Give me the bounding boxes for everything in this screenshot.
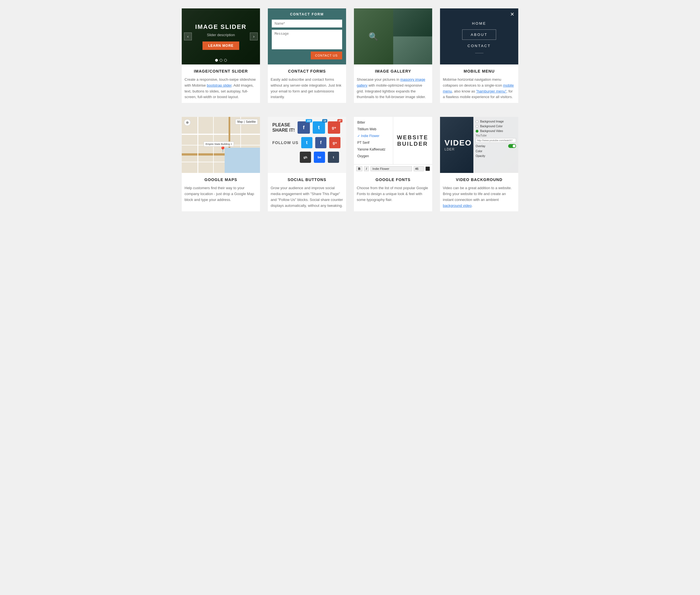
- social-preview: PLEASESHARE IT! f 102 t 19 g+ 47 FOLLOW …: [268, 117, 346, 173]
- hamburger-menu-link[interactable]: "hamburger menu": [476, 89, 507, 93]
- font-indie-flower[interactable]: Indie Flower: [354, 133, 393, 139]
- slider-dots: [215, 59, 227, 62]
- gallery-cell-top-right: [393, 8, 432, 36]
- slider-next-arrow[interactable]: ›: [250, 32, 258, 40]
- card-image-gallery: 🔍 IMAGE GALLERY Showcase your pictures i…: [354, 8, 432, 103]
- font-bitter[interactable]: Bitter: [354, 119, 393, 126]
- panel-youtube-input[interactable]: [476, 138, 516, 143]
- font-pt-serif[interactable]: PT Serif: [354, 139, 393, 146]
- facebook-icon: f: [303, 125, 304, 131]
- share-text: PLEASESHARE IT!: [272, 122, 295, 133]
- fonts-preview: Bitter Titillium Web Indie Flower PT Ser…: [354, 117, 432, 173]
- font-italic-button[interactable]: I: [364, 166, 369, 171]
- map-pin: 📍: [219, 146, 226, 153]
- video-desc-text1: Video can be a great addition to a websi…: [443, 186, 512, 202]
- fonts-card-body: GOOGLE FONTS Choose from the list of mos…: [354, 173, 432, 205]
- panel-row-overlay: Overlay: [476, 143, 516, 149]
- follow-github-button[interactable]: gh: [300, 152, 311, 163]
- mobile-nav-home[interactable]: HOME: [464, 19, 495, 28]
- map-road-h1: [182, 134, 260, 135]
- follow-behance-button[interactable]: be: [314, 152, 325, 163]
- panel-opacity-label: Opacity: [476, 154, 485, 158]
- panel-youtube-label: YouTube: [476, 134, 516, 138]
- slider-preview: ‹ IMAGE SLIDER Slider description LEARN …: [182, 8, 260, 64]
- background-video-link[interactable]: background video: [443, 203, 472, 208]
- slider-card-desc: Create a responsive, touch-swipe slidesh…: [185, 77, 257, 100]
- gallery-card-body: IMAGE GALLERY Showcase your pictures in …: [354, 64, 432, 103]
- gallery-card-desc: Showcase your pictures in masonry image …: [357, 77, 429, 100]
- map-label: Empire State Building ×: [204, 142, 234, 147]
- mobile-menu-preview: ✕ HOME ABOUT CONTACT: [440, 8, 518, 64]
- maps-card-desc: Help customers find their way to your co…: [185, 185, 257, 203]
- video-card-body: VIDEO BACKGROUND Video can be a great ad…: [440, 173, 518, 211]
- social-card-title: SOCIAL BUTTONS: [271, 177, 343, 182]
- overlay-toggle[interactable]: [508, 144, 516, 148]
- maps-card-body: GOOGLE MAPS Help customers find their wa…: [182, 173, 260, 205]
- fonts-top: Bitter Titillium Web Indie Flower PT Ser…: [354, 117, 432, 164]
- card-google-maps: Map | Satellite ⊕ 📍 Empire State Buildin…: [182, 117, 260, 211]
- mobile-close-icon[interactable]: ✕: [510, 11, 514, 18]
- slider-prev-arrow[interactable]: ‹: [184, 32, 192, 40]
- video-overlay-text: VIDEO LDER: [440, 134, 476, 156]
- font-oxygen[interactable]: Oxygen: [354, 153, 393, 160]
- follow-googleplus-button[interactable]: g+: [329, 137, 341, 148]
- slider-card-title: IMAGE/CONTENT SLIDER: [185, 69, 257, 74]
- gallery-cell-bottom-right: [393, 36, 432, 64]
- mobile-nav-contact[interactable]: CONTACT: [459, 41, 499, 51]
- map-controls[interactable]: Map | Satellite: [235, 119, 258, 124]
- card-video-background: VIDEO LDER Background Image Background C…: [440, 117, 518, 211]
- social-card-body: SOCIAL BUTTONS Grow your audience and im…: [268, 173, 346, 211]
- font-bold-button[interactable]: B: [356, 166, 362, 171]
- twitter-icon: t: [318, 125, 320, 131]
- slider-card-body: IMAGE/CONTENT SLIDER Create a responsive…: [182, 64, 260, 103]
- share-twitter-button[interactable]: t 19: [313, 121, 325, 134]
- map-control-separator: |: [244, 120, 245, 123]
- slider-description: Slider description: [207, 33, 235, 37]
- panel-row-bg-image: Background Image: [476, 119, 516, 124]
- bootstrap-slider-link[interactable]: bootstrap slider: [207, 83, 232, 87]
- follow-twitter-button[interactable]: t: [301, 137, 313, 148]
- contact-card-body: CONTACT FORMS Easily add subscribe and c…: [268, 64, 346, 103]
- font-color-picker[interactable]: [426, 167, 430, 171]
- font-yanone[interactable]: Yanone Kaffeesatz: [354, 146, 393, 153]
- panel-row-color: Color: [476, 149, 516, 153]
- card-google-fonts: Bitter Titillium Web Indie Flower PT Ser…: [354, 117, 432, 211]
- video-sub-text: LDER: [445, 147, 472, 151]
- github-icon: gh: [303, 155, 307, 159]
- follow-tumblr-button[interactable]: t: [328, 152, 339, 163]
- dot-2[interactable]: [220, 59, 222, 62]
- googleplus-icon: g+: [332, 125, 336, 130]
- video-desc-text2: .: [472, 203, 473, 208]
- map-water: [225, 148, 260, 173]
- slider-learn-more-button[interactable]: LEARN MORE: [203, 41, 239, 50]
- share-googleplus-button[interactable]: g+ 47: [328, 121, 340, 134]
- font-titillium[interactable]: Titillium Web: [354, 126, 393, 133]
- follow-row: FOLLOW US t f g+: [272, 137, 341, 148]
- map-background: Map | Satellite ⊕ 📍 Empire State Buildin…: [182, 117, 260, 173]
- fonts-card-desc: Choose from the list of most popular Goo…: [357, 185, 429, 203]
- contact-name-input[interactable]: [272, 20, 342, 27]
- contact-message-textarea[interactable]: [272, 30, 342, 49]
- dot-3[interactable]: [224, 59, 227, 62]
- mobile-desc-text2: , also know as: [452, 89, 476, 93]
- follow-googleplus-icon: g+: [332, 141, 337, 145]
- dot-1[interactable]: [215, 59, 218, 62]
- follow-facebook-button[interactable]: f: [315, 137, 326, 148]
- radio-bg-video[interactable]: [476, 130, 479, 133]
- mobile-desc-text1: Mobirise horizontal navigation menu coll…: [443, 77, 503, 87]
- video-card-title: VIDEO BACKGROUND: [443, 177, 515, 182]
- mobile-nav-about[interactable]: ABOUT: [462, 29, 496, 40]
- map-compass[interactable]: ⊕: [184, 119, 191, 126]
- font-name-display: Indie Flower: [371, 166, 412, 171]
- map-control-map[interactable]: Map: [237, 120, 243, 123]
- card-mobile-menu: ✕ HOME ABOUT CONTACT MOBILE MENU Mobiris…: [440, 8, 518, 103]
- map-control-satellite[interactable]: Satellite: [246, 120, 256, 123]
- follow-twitter-icon: t: [306, 140, 307, 145]
- contact-submit-button[interactable]: CONTACT US: [311, 52, 343, 59]
- social-card-desc: Grow your audience and improve social me…: [271, 185, 343, 208]
- radio-bg-color[interactable]: [476, 125, 479, 128]
- panel-bg-color-label: Background Color: [480, 125, 503, 128]
- radio-bg-image[interactable]: [476, 120, 479, 123]
- font-size-input[interactable]: [414, 166, 424, 171]
- share-facebook-button[interactable]: f 102: [298, 121, 310, 134]
